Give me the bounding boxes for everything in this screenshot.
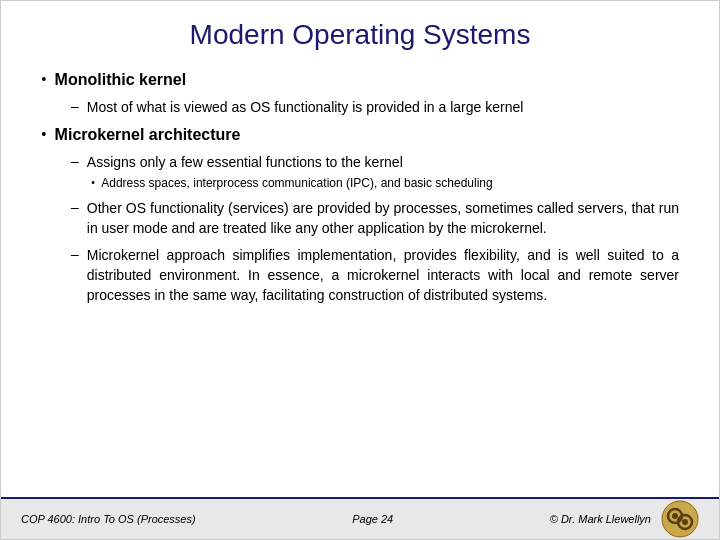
slide: Modern Operating Systems • Monolithic ke… <box>0 0 720 540</box>
bullet-marker-1: • <box>41 71 47 89</box>
bullet-text-2: Microkernel architecture <box>55 124 241 146</box>
bullet-item-2: • Microkernel architecture <box>41 124 679 146</box>
dash-text-2-2: Other OS functionality (services) are pr… <box>87 198 679 239</box>
dash-marker-2-1: – <box>71 153 79 169</box>
sub-item-2-2: – Other OS functionality (services) are … <box>71 198 679 239</box>
dash-marker-2-2: – <box>71 199 79 215</box>
dash-text-2-1: Assigns only a few essential functions t… <box>87 152 403 172</box>
footer-logo <box>661 500 699 538</box>
dash-2-2: – Other OS functionality (services) are … <box>71 198 679 239</box>
footer-right-text: © Dr. Mark Llewellyn <box>550 513 651 525</box>
dash-1-1: – Most of what is viewed as OS functiona… <box>71 97 679 117</box>
footer-center-text: Page 24 <box>352 513 393 525</box>
slide-title: Modern Operating Systems <box>41 19 679 51</box>
sub-item-1-1: – Most of what is viewed as OS functiona… <box>71 97 679 117</box>
slide-content: Modern Operating Systems • Monolithic ke… <box>1 1 719 497</box>
dash-2-3: – Microkernel approach simplifies implem… <box>71 245 679 306</box>
bullet-item-1: • Monolithic kernel <box>41 69 679 91</box>
sub-item-2-3: – Microkernel approach simplifies implem… <box>71 245 679 306</box>
sub-sub-text-2-1-1: Address spaces, interprocess communicati… <box>101 175 493 192</box>
dash-marker-2-3: – <box>71 246 79 262</box>
dash-2-1: – Assigns only a few essential functions… <box>71 152 679 172</box>
dash-marker-1-1: – <box>71 98 79 114</box>
sub-sub-item-2-1-1: • Address spaces, interprocess communica… <box>91 175 679 192</box>
footer-left-text: COP 4600: Intro To OS (Processes) <box>21 513 196 525</box>
sub-item-2-1: – Assigns only a few essential functions… <box>71 152 679 192</box>
footer-text-group: COP 4600: Intro To OS (Processes) Page 2… <box>21 513 651 525</box>
sub-sub-bullet-2-1-1: • <box>91 176 95 191</box>
svg-point-4 <box>682 519 688 525</box>
bullet-text-1: Monolithic kernel <box>55 69 187 91</box>
dash-text-1-1: Most of what is viewed as OS functionali… <box>87 97 524 117</box>
bullet-marker-2: • <box>41 126 47 144</box>
dash-text-2-3: Microkernel approach simplifies implemen… <box>87 245 679 306</box>
svg-point-3 <box>672 513 678 519</box>
slide-footer: COP 4600: Intro To OS (Processes) Page 2… <box>1 497 719 539</box>
